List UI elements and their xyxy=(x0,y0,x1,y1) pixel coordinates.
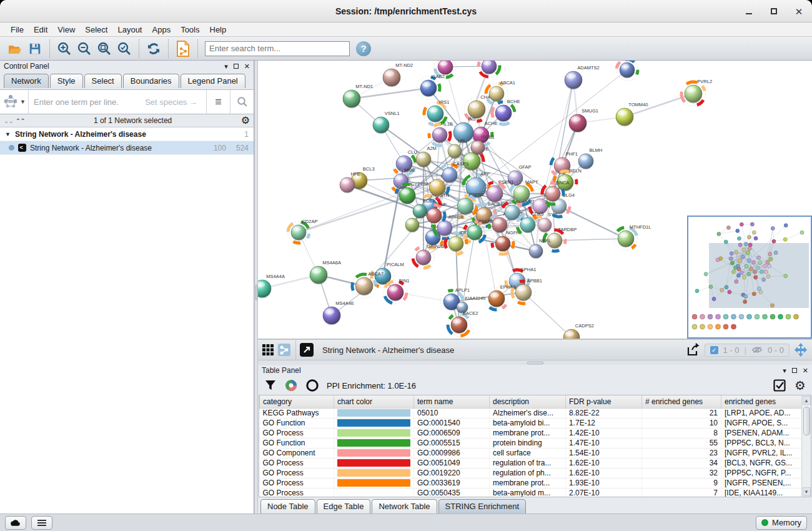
h-splitter-handle[interactable] xyxy=(527,362,543,364)
tab-edge-table[interactable]: Edge Table xyxy=(317,499,371,514)
network-view-icon[interactable] xyxy=(278,344,290,356)
column-header-term-name[interactable]: term name xyxy=(414,395,490,408)
protein-node[interactable]: MT-ND2 xyxy=(383,62,413,87)
expand-all-icon[interactable]: ⌃⌃ xyxy=(16,117,25,124)
string-protein-query-selector[interactable]: STRING ▼ xyxy=(0,90,29,114)
tab-node-table[interactable]: Node Table xyxy=(260,499,315,514)
tab-boundaries[interactable]: Boundaries xyxy=(123,74,179,88)
string-options-button[interactable]: ≡ xyxy=(206,90,230,114)
column-header-category[interactable]: category xyxy=(260,395,334,408)
protein-node[interactable]: GAB2 xyxy=(417,74,445,100)
panel-float-icon[interactable] xyxy=(234,64,239,69)
table-row[interactable]: GO ProcessGO:0006509membrane prot...1.42… xyxy=(260,428,805,438)
tab-style[interactable]: Style xyxy=(50,74,83,88)
string-query-input[interactable]: Enter one term per line. Set species → xyxy=(29,90,206,114)
menu-layout[interactable]: Layout xyxy=(113,24,146,36)
protein-node[interactable]: BLMH xyxy=(578,147,602,170)
protein-node[interactable]: TOMM40 xyxy=(616,102,648,127)
protein-node[interactable]: MTHFD1L xyxy=(615,224,651,251)
menu-apps[interactable]: Apps xyxy=(148,24,176,36)
table-row[interactable]: KEGG Pathways05010Alzheimer's dise...8.8… xyxy=(260,408,805,418)
table-row[interactable]: GO ProcessGO:0050435beta-amyloid m...2.0… xyxy=(260,488,805,497)
title-bar[interactable]: Session: /tmp/enrichmentTest.cys ✕ xyxy=(0,0,812,22)
automation-status-button[interactable] xyxy=(5,516,26,530)
table-row[interactable]: GO ComponentGO:0009986cell surface1.54E-… xyxy=(260,448,805,458)
save-session-button[interactable] xyxy=(25,39,45,59)
open-session-button[interactable] xyxy=(5,39,25,59)
pie-chart-icon[interactable] xyxy=(284,379,298,392)
grid-view-icon[interactable] xyxy=(262,344,274,356)
table-row[interactable]: GO FunctionGO:0005515protein binding1.47… xyxy=(260,438,805,448)
protein-node[interactable]: BACE2 xyxy=(448,310,478,337)
horizontal-splitter[interactable] xyxy=(258,360,812,365)
help-icon[interactable]: ? xyxy=(356,41,371,56)
menu-select[interactable]: Select xyxy=(81,24,112,36)
zoom-selected-button[interactable] xyxy=(114,39,134,59)
protein-node[interactable]: VSNL1 xyxy=(373,111,400,134)
collapse-all-icon[interactable]: ⌄⌄ xyxy=(4,117,13,124)
network-from-file-button[interactable] xyxy=(173,39,193,59)
column-header-chart-color[interactable]: chart color xyxy=(334,395,414,408)
memory-button[interactable]: Memory xyxy=(756,516,807,530)
select-columns-icon[interactable] xyxy=(773,379,786,392)
table-panel-float-icon[interactable] xyxy=(792,368,797,373)
tab-string-enrichment[interactable]: STRING Enrichment xyxy=(438,499,526,514)
protein-node[interactable]: MS4A6A xyxy=(310,260,341,285)
menu-tools[interactable]: Tools xyxy=(176,24,204,36)
menu-view[interactable]: View xyxy=(53,24,79,36)
enrichment-settings-gear-icon[interactable]: ⚙ xyxy=(795,379,806,392)
filter-icon[interactable] xyxy=(264,379,277,392)
protein-node[interactable]: TREM2 xyxy=(478,61,508,77)
enrichment-table[interactable]: categorychart colorterm namedescriptionF… xyxy=(259,395,811,497)
search-input[interactable] xyxy=(205,41,350,56)
panel-menu-icon[interactable]: ▾ xyxy=(224,62,228,71)
task-history-button[interactable] xyxy=(31,516,52,530)
tab-network[interactable]: Network xyxy=(4,74,49,88)
protein-node[interactable]: GRIN2B xyxy=(413,244,445,269)
protein-node[interactable]: PVRL2 xyxy=(681,79,713,106)
scroll-up-icon[interactable]: ▲ xyxy=(803,396,811,405)
table-row[interactable]: GO ProcessGO:0033619membrane prot...1.93… xyxy=(260,478,805,488)
zoom-fit-button[interactable] xyxy=(94,39,114,59)
protein-node[interactable]: CADPS2 xyxy=(563,323,594,339)
maximize-button[interactable] xyxy=(770,7,778,16)
menu-file[interactable]: File xyxy=(6,24,28,36)
network-collection-row[interactable]: ▼ String Network - Alzheimer's disease 1 xyxy=(0,127,254,141)
species-hint[interactable]: Set species → xyxy=(145,97,201,107)
panel-close-icon[interactable]: ✕ xyxy=(244,62,250,71)
export-network-icon[interactable] xyxy=(686,342,701,357)
string-search-button[interactable] xyxy=(230,90,254,114)
zoom-out-button[interactable] xyxy=(74,39,94,59)
protein-node[interactable]: NEFL xyxy=(529,238,551,259)
tab-network-table[interactable]: Network Table xyxy=(372,499,437,514)
table-row[interactable]: GO ProcessGO:0051049regulation of tra...… xyxy=(260,458,805,468)
close-button[interactable]: ✕ xyxy=(795,7,803,16)
menu-help[interactable]: Help xyxy=(205,24,231,36)
column-header-description[interactable]: description xyxy=(490,395,566,408)
tree-expand-icon[interactable]: ▼ xyxy=(5,131,11,137)
zoom-in-button[interactable] xyxy=(54,39,74,59)
scroll-down-icon[interactable]: ▼ xyxy=(803,487,811,496)
table-row[interactable]: GO ProcessGO:0019220regulation of ph...1… xyxy=(260,468,805,478)
detach-view-icon[interactable] xyxy=(300,343,314,357)
column-header-FDR-p-value[interactable]: FDR p-value xyxy=(566,395,642,408)
table-panel-close-icon[interactable]: ✕ xyxy=(803,367,808,375)
ring-chart-icon[interactable] xyxy=(305,379,319,392)
enrichment-table-header[interactable]: categorychart colorterm namedescriptionF… xyxy=(260,395,805,408)
column-header---enriched-genes[interactable]: # enriched genes xyxy=(642,395,721,408)
protein-node[interactable]: ADAMTS2 xyxy=(565,65,600,90)
refresh-button[interactable] xyxy=(144,39,164,59)
birdseye-view[interactable] xyxy=(687,216,812,339)
network-canvas[interactable]: MT-ND2CD33TREM2ADAMTS2SORL1PVRL2GAB2MT-N… xyxy=(258,61,812,339)
network-panel-gear-icon[interactable]: ⚙ xyxy=(241,116,250,126)
tab-select[interactable]: Select xyxy=(84,74,122,88)
table-row[interactable]: GO FunctionGO:0001540beta-amyloid bi...1… xyxy=(260,418,805,428)
protein-node[interactable]: EPHA5 xyxy=(485,284,516,310)
tab-legend-panel[interactable]: Legend Panel xyxy=(181,74,245,88)
network-row[interactable]: String Network - Alzheimer's disease 100… xyxy=(0,141,254,155)
column-header-enriched-genes[interactable]: enriched genes xyxy=(721,395,805,408)
minimize-button[interactable] xyxy=(745,7,753,16)
splitter-collapse-handle[interactable] xyxy=(255,284,257,300)
protein-node[interactable]: ABCA7 xyxy=(352,271,384,299)
birdseye-toggle-icon[interactable] xyxy=(793,342,808,357)
